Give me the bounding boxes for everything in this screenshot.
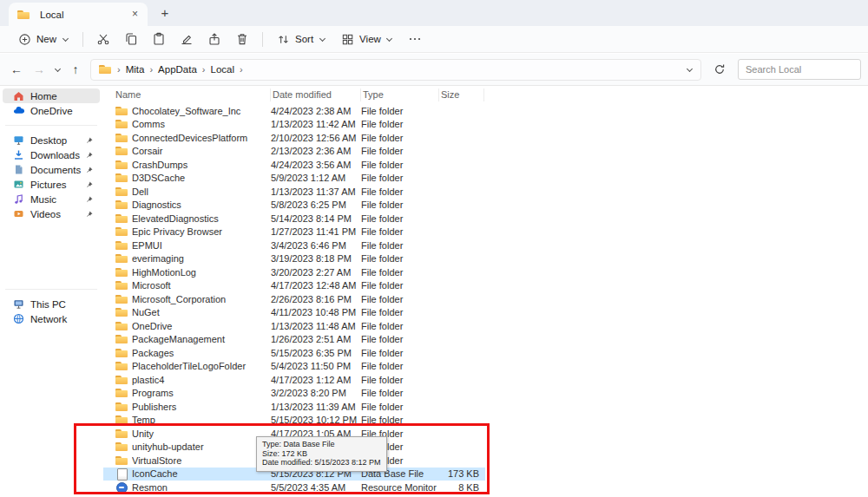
new-button[interactable]: New — [10, 29, 76, 49]
file-name: unityhub-updater — [132, 441, 271, 452]
file-name: everimaging — [132, 253, 271, 264]
paste-button[interactable] — [145, 29, 173, 49]
sidebar-item-music[interactable]: Music — [3, 192, 100, 206]
search-input[interactable] — [738, 59, 861, 80]
sidebar-item-documents[interactable]: Documents — [3, 162, 100, 177]
toolbar-separator — [82, 32, 83, 47]
breadcrumb-separator: › — [117, 64, 121, 75]
sidebar-item-pictures[interactable]: Pictures — [3, 177, 100, 192]
file-row[interactable]: Temp 5/15/2023 10:12 PM File folder — [103, 414, 485, 428]
file-icon — [115, 173, 128, 183]
file-icon — [115, 146, 128, 156]
file-icon — [115, 294, 128, 304]
file-name: Resmon — [132, 482, 271, 493]
file-name: Microsoft_Corporation — [132, 294, 271, 304]
file-row[interactable]: ElevatedDiagnostics 5/14/2023 8:14 PM Fi… — [103, 212, 485, 226]
sidebar-item-home[interactable]: Home — [3, 88, 100, 103]
sidebar-item-videos[interactable]: Videos — [3, 206, 100, 221]
sort-button[interactable]: Sort — [269, 29, 333, 49]
file-row[interactable]: Chocolatey_Software_Inc 4/24/2023 2:38 A… — [103, 104, 485, 118]
forward-button[interactable]: → — [28, 58, 50, 81]
delete-button[interactable] — [228, 29, 256, 49]
file-row[interactable]: plastic4 4/17/2023 1:12 AM File folder — [103, 373, 485, 387]
chevron-down-icon — [386, 36, 393, 43]
sidebar-item-onedrive[interactable]: OneDrive — [3, 103, 100, 118]
file-type: File folder — [361, 226, 439, 237]
refresh-button[interactable] — [708, 58, 731, 81]
share-button[interactable] — [201, 29, 228, 49]
cut-button[interactable] — [89, 29, 117, 49]
file-row[interactable]: Comms 1/13/2023 11:42 AM File folder — [103, 118, 485, 132]
sidebar-item-this-pc[interactable]: This PC — [3, 297, 100, 311]
copy-button[interactable] — [117, 29, 145, 49]
file-row[interactable]: NuGet 4/11/2023 10:48 PM File folder — [103, 306, 485, 320]
rename-button[interactable] — [173, 29, 201, 49]
file-row[interactable]: Diagnostics 5/8/2023 6:25 PM File folder — [103, 199, 485, 213]
file-row[interactable]: OneDrive 1/13/2023 11:48 AM File folder — [103, 319, 485, 333]
file-row[interactable]: CrashDumps 4/24/2023 3:56 AM File folder — [103, 158, 485, 172]
breadcrumb-item-local[interactable]: Local — [207, 62, 239, 76]
chevron-down-icon — [62, 36, 69, 43]
breadcrumb-item-appdata[interactable]: AppData — [155, 62, 201, 76]
file-row[interactable]: Resmon 5/5/2023 4:35 AM Resource Monitor… — [103, 481, 485, 494]
onedrive-icon — [13, 105, 24, 116]
file-name: PackageManagement — [132, 334, 271, 344]
file-size: 173 KB — [439, 468, 484, 479]
file-row[interactable]: Publishers 1/13/2023 11:39 AM File folde… — [103, 400, 485, 414]
file-row[interactable]: EPMUI 3/4/2023 6:46 PM File folder — [103, 239, 485, 252]
file-list-panel: Name Date modified Type Size Chocolatey_… — [103, 86, 868, 497]
sort-button-label: Sort — [295, 34, 313, 44]
breadcrumb-item-mita[interactable]: Mita — [122, 62, 148, 76]
file-type: File folder — [361, 361, 439, 371]
file-icon — [115, 280, 128, 291]
column-header-date-modified[interactable]: Date modified — [271, 88, 361, 101]
more-options-button[interactable] — [401, 29, 429, 49]
file-row[interactable]: Microsoft_Corporation 2/26/2023 8:16 PM … — [103, 292, 485, 306]
file-type: File folder — [361, 280, 439, 291]
file-date-modified: 1/13/2023 11:37 AM — [271, 186, 361, 197]
file-type: File folder — [361, 146, 439, 156]
file-row[interactable]: PackageManagement 1/26/2023 2:51 AM File… — [103, 333, 485, 347]
address-dropdown-icon[interactable] — [686, 66, 693, 73]
file-date-modified: 2/26/2023 8:16 PM — [271, 294, 361, 304]
column-headers: Name Date modified Type Size — [103, 86, 868, 103]
file-row[interactable]: D3DSCache 5/9/2023 1:12 AM File folder — [103, 172, 485, 186]
file-row[interactable]: ConnectedDevicesPlatform 2/10/2023 12:56… — [103, 131, 485, 145]
recent-locations-button[interactable] — [50, 58, 64, 81]
file-icon — [115, 199, 128, 210]
file-type: File folder — [361, 160, 439, 170]
file-name: Comms — [132, 119, 271, 129]
chevron-down-icon — [319, 36, 326, 43]
file-row[interactable]: HighMotionLog 3/20/2023 2:27 AM File fol… — [103, 265, 485, 279]
tab-local[interactable]: Local × — [9, 3, 148, 26]
file-type: File folder — [361, 307, 439, 317]
column-header-size[interactable]: Size — [439, 88, 484, 101]
file-row[interactable]: Dell 1/13/2023 11:37 AM File folder — [103, 185, 485, 199]
column-header-name[interactable]: Name — [103, 88, 271, 101]
pin-icon — [86, 166, 94, 173]
sidebar-item-network[interactable]: Network — [3, 311, 100, 326]
sidebar-item-label: Pictures — [30, 180, 95, 190]
new-tab-button[interactable]: + — [155, 3, 175, 24]
file-row[interactable]: Corsair 2/13/2023 2:36 AM File folder — [103, 145, 485, 159]
file-date-modified: 4/11/2023 10:48 PM — [271, 307, 361, 317]
file-row[interactable]: PlaceholderTileLogoFolder 5/4/2023 11:50… — [103, 360, 485, 374]
videos-icon — [13, 208, 24, 219]
file-row[interactable]: everimaging 3/19/2023 8:18 PM File folde… — [103, 252, 485, 266]
sidebar-item-label: Videos — [30, 209, 95, 219]
file-row[interactable]: Microsoft 4/17/2023 12:48 AM File folder — [103, 279, 485, 293]
sidebar: Home OneDrive Desktop Downloads Document… — [0, 86, 102, 497]
file-row[interactable]: Epic Privacy Browser 1/27/2023 11:41 PM … — [103, 226, 485, 239]
address-bar[interactable]: › Mita › AppData › Local › — [90, 59, 701, 81]
up-button[interactable]: ↑ — [64, 58, 87, 81]
file-name: Publishers — [132, 402, 271, 412]
tab-close-icon[interactable]: × — [128, 7, 142, 22]
column-header-type[interactable]: Type — [361, 88, 439, 101]
file-row[interactable]: Programs 3/2/2023 8:20 PM File folder — [103, 387, 485, 401]
view-button[interactable]: View — [333, 29, 401, 49]
sidebar-item-downloads[interactable]: Downloads — [3, 147, 100, 162]
file-row[interactable]: Packages 5/15/2023 6:35 PM File folder — [103, 346, 485, 360]
sidebar-item-desktop[interactable]: Desktop — [3, 133, 100, 147]
sidebar-spacer — [0, 221, 102, 282]
back-button[interactable]: ← — [5, 58, 28, 81]
